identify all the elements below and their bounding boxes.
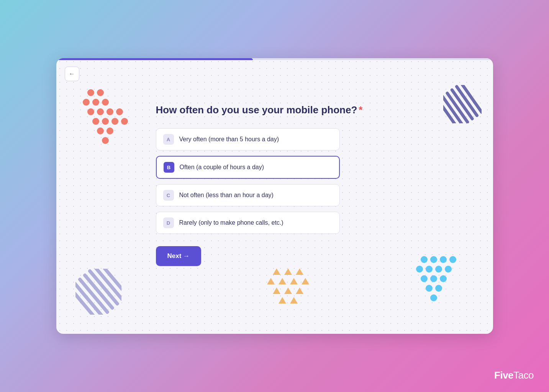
svg-marker-48 (290, 278, 298, 284)
option-label-d: Rarely (only to make phone calls, etc.) (179, 219, 284, 226)
option-a[interactable]: A Very often (more than 5 hours a day) (156, 128, 340, 150)
question-text: How often do you use your mobile phone?* (156, 104, 363, 116)
svg-point-29 (421, 256, 428, 263)
svg-point-37 (421, 275, 428, 282)
svg-point-12 (121, 118, 128, 125)
svg-marker-45 (296, 268, 303, 275)
svg-point-14 (107, 127, 113, 134)
svg-point-41 (435, 285, 442, 292)
brand-name-bold: Five (494, 369, 513, 381)
svg-point-15 (102, 137, 109, 144)
option-key-a: A (163, 134, 174, 145)
blue-dots-decoration (413, 256, 459, 303)
svg-point-30 (430, 256, 437, 263)
svg-point-10 (102, 118, 109, 125)
question-label: How often do you use your mobile phone? (156, 104, 357, 116)
svg-marker-43 (273, 268, 280, 275)
svg-point-13 (97, 127, 104, 134)
option-c[interactable]: C Not often (less than an hour a day) (156, 184, 340, 206)
option-d[interactable]: D Rarely (only to make phone calls, etc.… (156, 212, 340, 234)
svg-marker-47 (279, 278, 286, 284)
svg-rect-21 (459, 85, 481, 114)
svg-marker-49 (302, 278, 309, 284)
svg-point-31 (440, 256, 447, 263)
svg-point-6 (97, 108, 104, 115)
svg-point-2 (83, 99, 90, 106)
survey-card: ← (56, 58, 493, 334)
options-list: A Very often (more than 5 hours a day) B… (156, 128, 340, 234)
svg-marker-53 (279, 297, 286, 304)
svg-point-33 (416, 266, 423, 273)
brand-logo: FiveTaco (494, 369, 534, 381)
next-button-label: Next → (167, 252, 190, 260)
progress-track (56, 58, 493, 60)
svg-point-34 (426, 266, 433, 273)
svg-point-9 (92, 118, 99, 125)
svg-marker-52 (296, 287, 303, 294)
progress-fill (56, 58, 253, 60)
svg-point-38 (430, 275, 437, 282)
svg-point-42 (430, 294, 437, 301)
svg-marker-54 (290, 297, 298, 304)
next-button[interactable]: Next → (156, 246, 202, 266)
svg-point-1 (97, 89, 104, 96)
option-label-c: Not often (less than an hour a day) (179, 192, 274, 199)
navy-stripes-decoration (443, 85, 478, 119)
option-key-b: B (164, 162, 174, 173)
svg-point-0 (87, 89, 94, 96)
option-label-a: Very often (more than 5 hours a day) (179, 136, 279, 143)
svg-point-39 (440, 275, 447, 282)
orange-triangles-decoration (267, 267, 317, 311)
svg-rect-24 (77, 277, 110, 315)
purple-stripes-decoration (75, 269, 118, 311)
option-key-d: D (163, 217, 174, 228)
svg-point-11 (111, 118, 118, 125)
svg-point-8 (116, 108, 123, 115)
svg-point-7 (107, 108, 113, 115)
svg-point-36 (445, 266, 452, 273)
brand-name-light: Taco (513, 369, 534, 381)
svg-marker-50 (273, 287, 280, 294)
required-star: * (359, 104, 362, 116)
svg-rect-17 (443, 95, 465, 123)
option-key-c: C (163, 190, 174, 201)
svg-point-35 (435, 266, 442, 273)
option-b[interactable]: B Often (a couple of hours a day) (156, 156, 340, 179)
back-button[interactable]: ← (65, 67, 79, 81)
option-label-b: Often (a couple of hours a day) (180, 164, 264, 171)
coral-dots-decoration (79, 89, 144, 159)
svg-point-3 (92, 99, 99, 106)
svg-point-5 (87, 108, 94, 115)
svg-marker-46 (267, 278, 275, 284)
svg-point-32 (449, 256, 456, 263)
svg-point-40 (426, 285, 433, 292)
svg-rect-25 (82, 273, 115, 310)
svg-marker-51 (284, 287, 292, 294)
svg-point-4 (102, 99, 109, 106)
svg-rect-26 (87, 269, 120, 306)
svg-marker-44 (284, 268, 292, 275)
